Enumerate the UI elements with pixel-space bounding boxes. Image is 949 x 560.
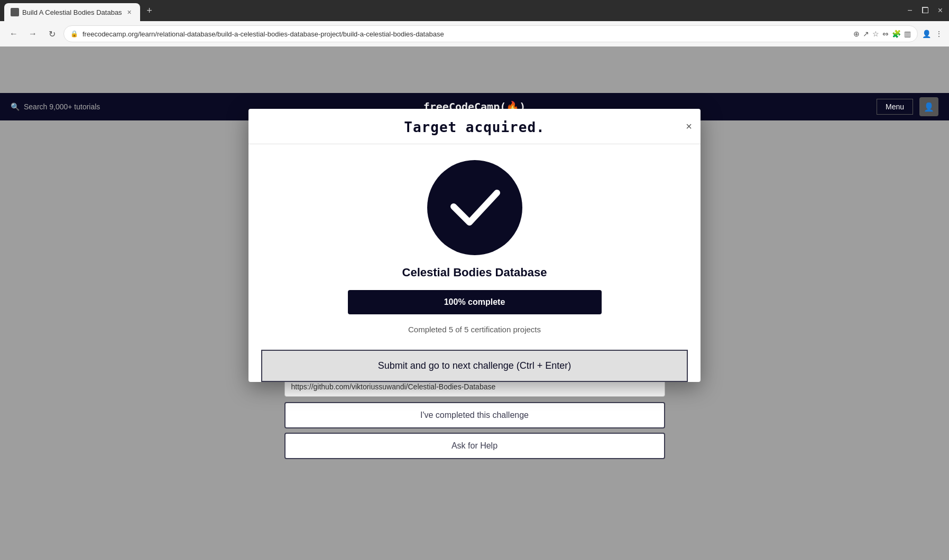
progress-container: 100% complete bbox=[348, 290, 602, 314]
tab-bar: Build A Celestial Bodies Databas × + − ⧠… bbox=[0, 0, 949, 21]
bookmark-icon[interactable]: ☆ bbox=[872, 30, 879, 38]
modal-overlay: Target acquired. × Celestial Bodies Data… bbox=[0, 93, 949, 560]
extensions-icon[interactable]: 🧩 bbox=[892, 30, 901, 38]
window-controls: − ⧠ × bbox=[905, 4, 945, 17]
address-bar: ← → ↻ 🔒 freecodecamp.org/learn/relationa… bbox=[0, 21, 949, 46]
sidebar-icon[interactable]: ▥ bbox=[904, 30, 911, 38]
progress-bar: 100% complete bbox=[348, 290, 602, 314]
new-tab-btn[interactable]: + bbox=[142, 3, 157, 18]
modal-footer: Submit and go to next challenge (Ctrl + … bbox=[248, 350, 701, 382]
lock-icon: 🔒 bbox=[70, 30, 78, 38]
minimize-btn[interactable]: − bbox=[905, 4, 914, 17]
completion-text: Completed 5 of 5 certification projects bbox=[408, 325, 541, 334]
modal-title: Target acquired. bbox=[404, 119, 545, 135]
url-text: freecodecamp.org/learn/relational-databa… bbox=[82, 30, 849, 38]
tab-title: Build A Celestial Bodies Databas bbox=[22, 8, 122, 16]
modal-body: Celestial Bodies Database 100% complete … bbox=[248, 144, 701, 350]
maximize-btn[interactable]: ⧠ bbox=[919, 4, 932, 17]
translate-icon[interactable]: ⇔ bbox=[882, 30, 889, 38]
url-actions: ⊕ ↗ ☆ ⇔ 🧩 ▥ bbox=[853, 30, 911, 38]
active-tab[interactable]: Build A Celestial Bodies Databas × bbox=[4, 3, 140, 21]
submit-next-button[interactable]: Submit and go to next challenge (Ctrl + … bbox=[261, 350, 688, 382]
browser-chrome: Build A Celestial Bodies Databas × + − ⧠… bbox=[0, 0, 949, 46]
project-name: Celestial Bodies Database bbox=[402, 266, 547, 279]
back-button[interactable]: ← bbox=[6, 26, 21, 41]
svg-point-0 bbox=[12, 10, 17, 15]
more-icon[interactable]: ⋮ bbox=[935, 30, 943, 38]
modal-header: Target acquired. × bbox=[248, 109, 701, 144]
profile-icon[interactable]: 👤 bbox=[922, 30, 931, 38]
share-icon[interactable]: ↗ bbox=[863, 30, 869, 38]
browser-actions: 👤 ⋮ bbox=[922, 30, 943, 38]
success-icon-circle bbox=[427, 160, 522, 255]
checkmark-svg bbox=[448, 186, 501, 229]
zoom-icon[interactable]: ⊕ bbox=[853, 30, 860, 38]
reload-button[interactable]: ↻ bbox=[44, 26, 59, 41]
modal-close-button[interactable]: × bbox=[686, 121, 692, 132]
forward-button[interactable]: → bbox=[25, 26, 40, 41]
favicon bbox=[11, 8, 19, 16]
tab-close-btn[interactable]: × bbox=[125, 8, 134, 16]
close-window-btn[interactable]: × bbox=[936, 4, 945, 17]
url-bar[interactable]: 🔒 freecodecamp.org/learn/relational-data… bbox=[63, 25, 918, 42]
success-modal: Target acquired. × Celestial Bodies Data… bbox=[248, 109, 701, 382]
